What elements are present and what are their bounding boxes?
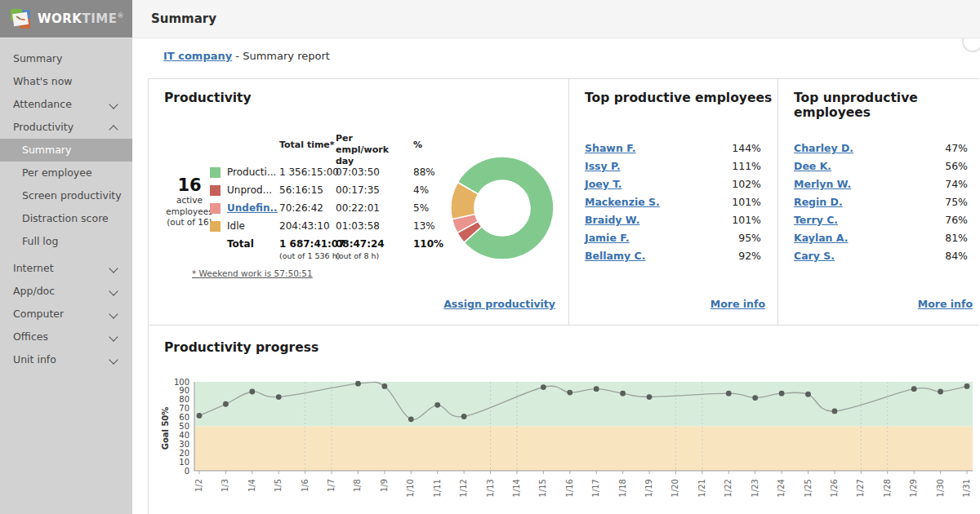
sidebar-item-summary[interactable]: Summary xyxy=(0,47,132,70)
sidebar: SummaryWhat's nowAttendanceProductivityS… xyxy=(0,38,132,514)
sidebar-item-label: Per employee xyxy=(22,166,92,179)
productivity-panel-title: Productivity xyxy=(164,91,252,105)
employee-link-merlyn-w[interactable]: Merlyn W. xyxy=(794,178,851,190)
total-per-value: 08:47:24(out of 8 h) xyxy=(336,238,385,260)
percent-cell: 5% xyxy=(413,202,429,214)
percent-cell: 88% xyxy=(413,166,435,178)
legend-swatch-undefin xyxy=(210,203,220,214)
x-tick-label: 1/15 xyxy=(538,479,547,497)
data-point xyxy=(779,391,785,397)
x-tick-label: 1/24 xyxy=(777,479,786,497)
x-tick-label: 1/30 xyxy=(936,479,945,497)
employee-row-joey-t: Joey T.102% xyxy=(585,176,761,194)
data-point xyxy=(276,394,282,400)
total-time-cell: 56:16:15 xyxy=(279,184,323,196)
sidebar-item-computer[interactable]: Computer xyxy=(0,303,132,326)
x-tick-label: 1/27 xyxy=(856,479,865,497)
data-point xyxy=(567,390,572,396)
employee-row-kaylan-a: Kaylan A.81% xyxy=(794,230,968,248)
assign-productivity-link[interactable]: Assign productivity xyxy=(443,298,555,310)
data-point xyxy=(461,414,467,419)
employee-percent: 74% xyxy=(945,178,968,190)
y-tick-label: 80 xyxy=(179,395,189,404)
percent-cell: 4% xyxy=(413,184,429,196)
employee-link-issy-p[interactable]: Issy P. xyxy=(585,160,621,172)
employee-percent: 111% xyxy=(732,160,761,172)
employee-link-dee-k[interactable]: Dee K. xyxy=(794,160,831,172)
employee-link-jamie-f[interactable]: Jamie F. xyxy=(585,232,630,244)
chevron-down-icon xyxy=(109,355,118,364)
x-tick-label: 1/5 xyxy=(274,479,283,492)
sidebar-item-screen-productivity[interactable]: Screen productivity xyxy=(0,184,132,207)
total-label: Total xyxy=(227,238,254,250)
col-per-empl: Per empl/work day xyxy=(336,133,404,167)
productivity-donut-chart xyxy=(441,147,564,269)
sidebar-item-per-employee[interactable]: Per employee xyxy=(0,162,132,184)
employee-link-braidy-w[interactable]: Braidy W. xyxy=(585,214,639,226)
data-point xyxy=(381,383,387,389)
breadcrumb-company-link[interactable]: IT company xyxy=(163,50,232,62)
employee-row-bellamy-c: Bellamy C.92% xyxy=(585,248,761,266)
data-point xyxy=(805,392,811,397)
data-point xyxy=(964,383,970,389)
y-tick-label: 100 xyxy=(174,378,189,387)
category-label: Idle xyxy=(227,220,278,232)
employee-percent: 92% xyxy=(738,250,761,262)
top-unproductive-panel: Top unproductive employees Charley D.47%… xyxy=(777,79,979,325)
x-tick-label: 1/3 xyxy=(220,479,229,492)
employee-link-joey-t[interactable]: Joey T. xyxy=(585,178,622,190)
sidebar-item-distraction-score[interactable]: Distraction score xyxy=(0,207,132,230)
sidebar-item-attendance[interactable]: Attendance xyxy=(0,93,132,116)
employee-link-regin-d[interactable]: Regin D. xyxy=(794,196,843,208)
sidebar-item-label: Computer xyxy=(13,308,64,320)
sidebar-item-what-s-now[interactable]: What's now xyxy=(0,70,132,93)
employee-link-bellamy-c[interactable]: Bellamy C. xyxy=(585,250,645,262)
data-point xyxy=(355,381,361,387)
x-tick-label: 1/18 xyxy=(618,479,627,497)
x-tick-label: 1/9 xyxy=(380,479,389,492)
sidebar-item-label: Productivity xyxy=(13,121,74,133)
employee-link-kaylan-a[interactable]: Kaylan A. xyxy=(794,232,849,244)
employee-percent: 47% xyxy=(945,142,968,154)
employee-percent: 101% xyxy=(732,214,761,226)
total-pct-value: 110% xyxy=(413,238,443,250)
more-info-link-unproductive[interactable]: More info xyxy=(918,298,973,310)
chevron-down-icon xyxy=(109,286,118,295)
x-tick-label: 1/8 xyxy=(353,479,362,492)
employee-percent: 101% xyxy=(732,196,761,208)
top-productive-panel: Top productive employees Shawn F.144%Iss… xyxy=(568,79,777,325)
sidebar-item-label: Screen productivity xyxy=(22,189,122,202)
col-total-time: Total time* xyxy=(279,140,335,150)
employee-link-shawn-f[interactable]: Shawn F. xyxy=(585,142,636,154)
sidebar-item-unit-info[interactable]: Unit info xyxy=(0,348,132,371)
employee-link-charley-d[interactable]: Charley D. xyxy=(794,142,853,154)
y-tick-label: 20 xyxy=(179,449,189,458)
sidebar-item-full-log[interactable]: Full log xyxy=(0,230,132,253)
employee-link-cary-s[interactable]: Cary S. xyxy=(794,250,835,262)
employee-row-cary-s: Cary S.84% xyxy=(794,248,968,266)
y-tick-label: 10 xyxy=(179,458,189,467)
employee-link-mackenzie-s[interactable]: Mackenzie S. xyxy=(585,196,660,208)
chevron-up-icon xyxy=(109,125,118,134)
sidebar-item-label: Attendance xyxy=(13,98,72,110)
chevron-down-icon xyxy=(109,264,118,273)
employee-link-terry-c[interactable]: Terry C. xyxy=(794,214,838,226)
employee-row-braidy-w: Braidy W.101% xyxy=(585,212,761,230)
page-title: Summary xyxy=(151,0,216,38)
undefined-category-link[interactable]: Undefin... xyxy=(227,202,278,214)
sidebar-item-offices[interactable]: Offices xyxy=(0,326,132,348)
chevron-down-icon xyxy=(109,100,118,109)
more-info-link-productive[interactable]: More info xyxy=(710,298,765,310)
per-empl-cell: 01:03:58 xyxy=(336,220,380,232)
sidebar-item-app-doc[interactable]: App/doc xyxy=(0,280,132,303)
per-empl-cell: 07:03:50 xyxy=(336,166,380,178)
app-logo[interactable]: WORKTIME® xyxy=(0,0,132,38)
sidebar-item-productivity[interactable]: Productivity xyxy=(0,116,132,139)
y-tick-label: 0 xyxy=(185,467,189,476)
x-tick-label: 1/11 xyxy=(433,479,442,497)
sidebar-item-summary[interactable]: Summary xyxy=(0,139,132,162)
top-unproductive-title: Top unproductive employees xyxy=(794,91,979,120)
sidebar-item-internet[interactable]: Internet xyxy=(0,257,132,280)
data-point xyxy=(911,386,917,392)
x-tick-label: 1/25 xyxy=(804,479,813,497)
